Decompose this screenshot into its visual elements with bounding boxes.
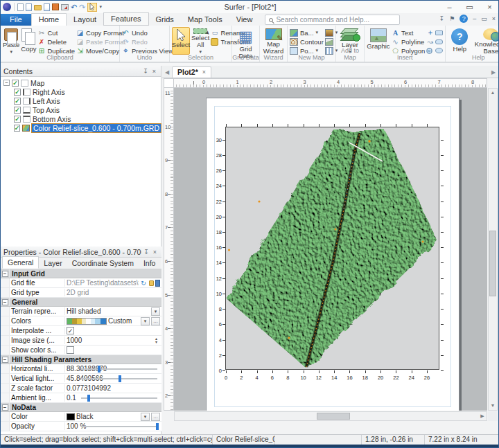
insert-rectangle-button[interactable] [435,28,443,37]
tab-file[interactable]: File [1,14,31,26]
regrid-icon[interactable]: ↻ [140,279,148,287]
help-badge-icon[interactable]: ? [459,15,468,23]
print-icon[interactable] [61,4,69,10]
save-grid-icon[interactable] [155,280,160,287]
tree-item-bottom-axis[interactable]: ✓ Bottom Axis [3,114,161,123]
scroll-right-icon[interactable]: ▶ [478,412,487,420]
mdi-close-icon[interactable]: × [492,15,496,22]
tree-item-right-axis[interactable]: ✓ Right Axis [3,87,161,96]
colormap-swatch[interactable] [67,318,107,325]
undo-button[interactable]: ↶Undo [122,28,173,37]
insert-rounded-rectangle-button[interactable] [435,37,443,46]
vertical-scroll-thumb[interactable] [489,231,496,296]
grid-file-value[interactable]: D:\EP Testing\datasets\for GBJ - Sur... … [65,278,161,287]
opacity-slider[interactable] [81,423,157,430]
collapse-icon[interactable]: − [2,404,8,411]
new-document-icon[interactable] [17,3,24,11]
collapse-icon[interactable]: − [2,357,8,363]
insert-point-button[interactable]: + [426,28,434,37]
browse-grid-icon[interactable] [149,280,155,286]
restore-button[interactable]: ▭ [459,1,480,13]
insert-graphic-button[interactable]: Graphic [367,27,390,55]
dropdown-icon[interactable]: ▾ [151,307,160,316]
tab-close-icon[interactable]: × [202,69,206,75]
close-button[interactable]: × [480,1,499,13]
copy-button[interactable]: Copy [21,27,36,55]
tab-layer[interactable]: Layer [39,258,67,269]
tab-features[interactable]: Features [103,12,148,26]
new-from-template-icon[interactable] [26,3,32,11]
collapse-icon[interactable]: − [2,271,8,277]
delete-button[interactable]: ✗Delete [37,37,75,46]
vertical-ruler[interactable]: 111098765432 [164,88,174,411]
more-options-icon[interactable]: … [151,413,160,421]
search-input[interactable]: Search commands and Help... [265,15,400,25]
mdi-restore-icon[interactable]: ▭ [481,15,487,22]
horizontal-light-slider[interactable] [81,366,157,373]
section-general[interactable]: − General [1,298,161,307]
redo-button[interactable]: ↷Redo [122,37,173,46]
image-size-stepper[interactable]: 1000 ▴▾ [65,336,161,345]
right-axis-checkbox[interactable]: ✓ [14,89,21,96]
insert-polyline-button[interactable]: ∿Polyline [392,37,425,46]
top-axis-checkbox[interactable]: ✓ [14,107,21,114]
tab-info[interactable]: Info [139,258,161,269]
section-nodata[interactable]: − NoData [1,403,161,412]
tab-grids[interactable]: Grids [149,14,181,26]
spinner-icons[interactable]: ▴▾ [152,337,160,344]
vertical-scrollbar[interactable]: ▲ ▼ [488,88,498,411]
surfer-app-icon[interactable] [3,3,11,11]
ambient-light-slider[interactable] [81,395,157,402]
properties-close-icon[interactable]: × [151,249,159,256]
interpolate-checkbox[interactable]: ✓ [67,327,74,334]
copy-format-button[interactable]: ◪Copy Format [76,28,125,37]
tab-general[interactable]: General [2,256,39,269]
properties-pin-icon[interactable]: ↧ [141,249,151,256]
dropdown-icon[interactable]: ▾ [141,317,150,325]
color-relief-checkbox[interactable]: ✓ [14,125,21,132]
scroll-down-icon[interactable]: ▼ [489,402,497,410]
tree-item-color-relief[interactable]: ✓ Color Relief-slice_0.600 - 0.700m.GRD [3,123,161,132]
select-all-button[interactable]: Select All ▾ [191,27,209,55]
new-base-map-button[interactable]: Ba...▾ [290,28,324,37]
bottom-axis-checkbox[interactable]: ✓ [14,116,21,123]
mdi-minimize-icon[interactable]: – [473,15,476,22]
map-wizard-button[interactable]: Map Wizard [262,27,285,55]
tab-scroll-left-icon[interactable]: ◀ [162,69,172,78]
pin-icon[interactable]: ↧ [439,15,445,22]
page[interactable]: 0246810121416182022242602468101214161820… [206,98,459,411]
expander-icon[interactable]: − [3,80,10,86]
select-tool-icon[interactable] [87,3,97,12]
section-hill-shading[interactable]: − Hill Shading Parameters [1,355,161,364]
undo-icon[interactable]: ↶ [71,3,77,10]
insert-text-button[interactable]: AText [392,28,425,37]
minimize-button[interactable]: – [439,1,459,13]
show-color-scale-checkbox[interactable] [67,346,74,354]
map-frame[interactable]: 0246810121416182022242602468101214161820… [225,127,439,370]
contents-close-icon[interactable]: × [150,68,158,75]
tab-map-tools[interactable]: Map Tools [181,14,229,26]
help-button[interactable]: ? Help [448,27,471,55]
map-checkbox[interactable]: ✓ [12,80,19,87]
section-input-grid[interactable]: − Input Grid [1,269,161,278]
dropdown-icon[interactable]: ▾ [141,413,150,421]
qat-customize-dropdown-icon[interactable]: ▾ [99,4,102,10]
paste-button[interactable]: Paste ▾ [3,27,19,55]
save-icon[interactable] [52,3,59,10]
horizontal-ruler[interactable]: 0123456789 [174,78,487,88]
colors-dropdown[interactable]: Custom ▾ … [65,316,161,325]
plot-canvas[interactable]: 0246810121416182022242602468101214161820… [174,88,487,411]
tab-layout[interactable]: Layout [67,14,103,26]
scroll-up-icon[interactable]: ▲ [489,89,497,97]
redo-icon[interactable]: ↷ [79,3,85,10]
select-button[interactable]: Select [172,27,190,55]
terrain-dropdown[interactable]: Hill shaded ▾ [65,307,161,316]
document-tab-plot2[interactable]: Plot2* × [172,66,211,78]
paste-format-button[interactable]: ◪Paste Format [76,37,125,46]
import-icon[interactable] [44,3,50,11]
horizontal-scrollbar[interactable]: ▶ [174,411,487,421]
insert-spline-button[interactable]: ↝ [426,37,434,46]
new-contour-map-button[interactable]: Contour [290,37,324,46]
tab-view[interactable]: View [229,14,260,26]
tree-item-left-axis[interactable]: ✓ Left Axis [3,96,161,105]
